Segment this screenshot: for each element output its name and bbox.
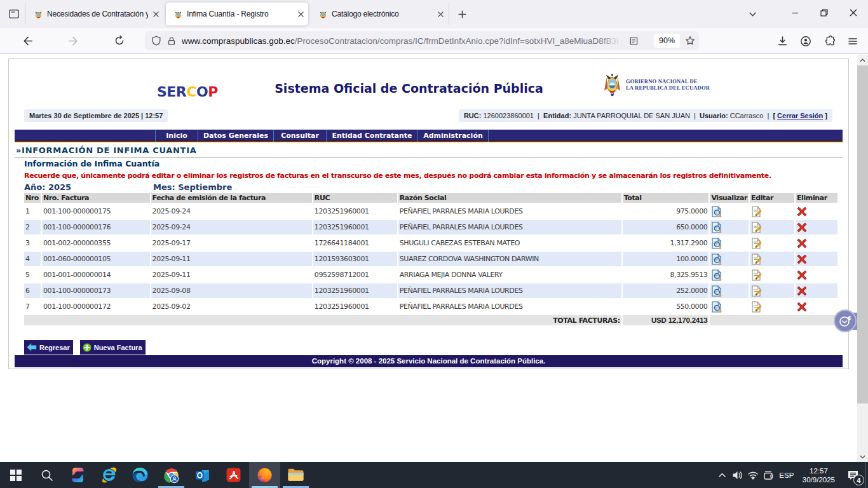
floating-widget[interactable] [834,309,857,333]
regresar-button[interactable]: Regresar [24,340,73,355]
taskbar-acrobat-button[interactable] [218,462,249,488]
reader-mode-button[interactable] [626,33,641,48]
logout-link[interactable]: Cerrar Sesión [777,112,823,119]
start-button[interactable] [0,462,31,488]
reload-button[interactable] [109,30,130,51]
cell-ruc: 1203251960001 [313,204,397,219]
taskbar-firefox-button[interactable] [249,462,280,488]
scrollbar-thumb[interactable] [857,65,868,403]
account-button[interactable] [796,31,816,51]
menu-item[interactable]: Administración [418,130,489,142]
taskbar-ie-button[interactable] [93,462,125,488]
new-tab-button[interactable] [452,4,471,24]
cell-fecha: 2025-09-11 [151,268,312,282]
eliminar-icon[interactable] [797,254,807,264]
menu-item[interactable]: Datos Generales [198,130,274,142]
speaker-icon [732,470,743,480]
back-icon [22,36,33,46]
bookmark-star-button[interactable] [682,33,698,48]
taskbar: ESP 12:57 30/9/2025 4 [0,462,868,488]
editar-icon[interactable] [751,222,762,233]
lock-icon[interactable] [167,36,176,46]
breadcrumb: »INFORMACIÓN DE INFIMA CUANTIA [15,142,843,158]
forward-button[interactable] [63,30,83,51]
taskbar-edge-button[interactable] [125,462,156,488]
eliminar-icon[interactable] [797,207,807,217]
total-value: USD 12,170.2413 [623,315,709,325]
col-razon: Razón Social [398,193,621,203]
download-icon [777,36,788,46]
tab-infima-cuantia[interactable]: Infima Cuantía - Registro [166,3,308,25]
tab-necesidades[interactable]: Necesidades de Contratación y [26,0,163,28]
restore-button[interactable] [810,0,839,25]
editar-icon[interactable] [751,269,762,281]
eliminar-icon[interactable] [797,238,807,248]
downloads-button[interactable] [772,31,792,51]
eliminar-icon[interactable] [797,302,807,312]
action-center-button[interactable]: 4 [840,462,865,488]
visualizar-icon[interactable] [711,206,722,217]
editar-icon[interactable] [751,301,762,313]
tray-volume[interactable] [730,462,745,488]
visualizar-icon[interactable] [711,301,722,313]
nueva-factura-button[interactable]: Nueva Factura [80,340,146,355]
list-all-tabs-button[interactable] [742,4,763,24]
menu-item[interactable]: Inicio [155,130,198,142]
invoice-table: Nro Nro. Factura Fecha de emisión de la … [23,192,839,327]
cell-editar [750,236,794,250]
show-desktop-button[interactable] [865,462,868,488]
tab-catalogo[interactable]: Catálogo electrónico [311,0,448,28]
vertical-scrollbar[interactable] [857,55,868,462]
reload-icon [114,36,125,46]
ecuador-favicon [318,10,328,19]
cell-editar [750,220,794,234]
tray-connect-display[interactable] [761,462,776,488]
editar-icon[interactable] [751,238,762,249]
menu-button[interactable] [843,31,863,51]
close-window-button[interactable] [839,0,868,25]
system-tray: ESP 12:57 30/9/2025 4 [715,462,868,488]
tab-close-icon[interactable] [149,6,162,22]
cell-ruc: 1726641184001 [313,236,397,250]
taskbar-search-button[interactable] [31,462,62,488]
tray-language[interactable]: ESP [776,471,797,479]
timer-widget-icon[interactable] [834,309,857,332]
visualizar-icon[interactable] [711,269,722,281]
taskbar-chrome-button[interactable] [156,462,187,488]
col-ruc: RUC [313,193,397,203]
url-bar[interactable]: www.compraspublicas.gob.ec/ProcesoContra… [145,31,699,50]
cell-eliminar [796,299,837,314]
tab-close-icon[interactable] [294,6,307,22]
taskbar-explorer-button[interactable] [280,462,311,488]
firefox-view-button[interactable] [4,4,24,24]
visualizar-icon[interactable] [711,222,722,233]
visualizar-icon[interactable] [711,285,722,297]
scroll-up-arrow[interactable] [857,55,868,65]
cell-eliminar [796,236,837,250]
tray-chevron-up[interactable] [715,462,730,488]
back-button[interactable] [17,30,37,51]
visualizar-icon[interactable] [711,238,722,249]
eliminar-icon[interactable] [797,270,807,280]
taskbar-copilot-button[interactable] [62,462,93,488]
tab-label: Necesidades de Contratación y [47,10,148,18]
editar-icon[interactable] [751,206,762,217]
shield-icon[interactable] [151,36,161,46]
eliminar-icon[interactable] [797,286,807,296]
visualizar-icon[interactable] [711,254,722,265]
minimize-button[interactable] [780,0,810,25]
editar-icon[interactable] [751,285,762,297]
tray-network[interactable] [745,462,761,488]
extensions-button[interactable] [819,31,839,51]
menu-item[interactable]: Consultar [274,130,327,142]
eliminar-icon[interactable] [797,222,807,233]
zoom-level-button[interactable]: 90% [654,34,680,48]
edge-icon [132,466,149,484]
tray-clock[interactable]: 12:57 30/9/2025 [797,466,840,484]
menu-item[interactable]: Entidad Contratante [327,130,418,142]
cell-visualizar [710,283,749,298]
tab-close-icon[interactable] [434,6,447,22]
taskbar-outlook-button[interactable] [187,462,218,488]
scroll-down-arrow[interactable] [857,451,868,462]
editar-icon[interactable] [751,254,762,265]
